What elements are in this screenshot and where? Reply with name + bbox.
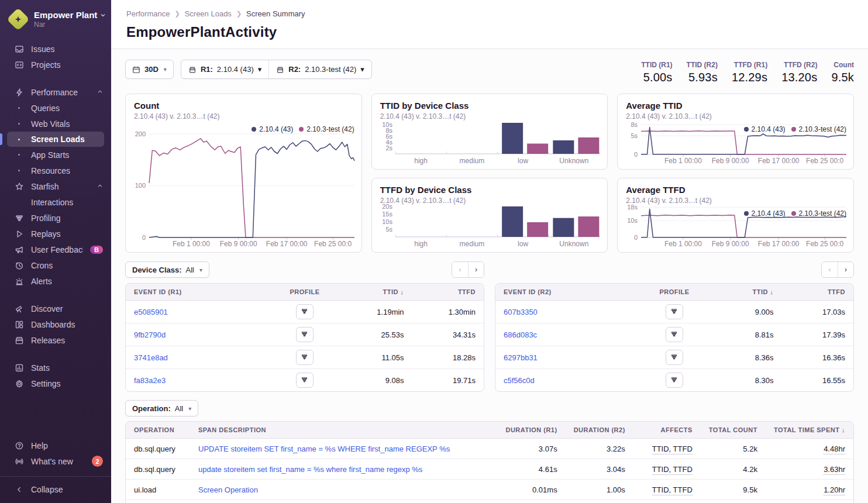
sidebar-item-releases[interactable]: Releases <box>0 332 111 348</box>
ttid-value: 25.53s <box>340 323 412 346</box>
pager-prev-button[interactable]: ‹ <box>452 262 468 277</box>
column-header-ttid[interactable]: TTID ↓ <box>340 284 412 301</box>
breadcrumb-item[interactable]: Screen Loads <box>185 9 232 18</box>
page-header: Performance❯Screen Loads❯Screen Summary … <box>111 0 868 49</box>
svg-text:10s: 10s <box>382 121 392 128</box>
sidebar-item-discover[interactable]: Discover <box>0 301 111 316</box>
profile-button[interactable] <box>666 304 683 319</box>
device-class-filter[interactable]: Device Class: All ▾ <box>125 261 209 278</box>
affects-value[interactable]: TTID, TTFD <box>652 445 693 454</box>
chart-panel-ttfd_device[interactable]: TTFD by Device Class 2.10.4 (43) v. 2.10… <box>371 178 608 253</box>
column-header-profile[interactable]: PROFILE <box>269 284 340 301</box>
sidebar-item-starfish[interactable]: Starfish <box>0 178 111 194</box>
sidebar-item-label: Performance <box>31 88 90 97</box>
event-id-link[interactable]: 3741e8ad <box>134 353 168 362</box>
span-description-link[interactable]: update storeitem set first_name = %s whe… <box>198 465 422 474</box>
column-header-profile[interactable]: PROFILE <box>639 284 710 301</box>
sidebar-item-performance[interactable]: Performance <box>0 84 111 100</box>
sidebar-item-user-feedback[interactable]: User FeedbackB <box>0 242 111 257</box>
org-switcher[interactable]: Empower Plant Nar <box>0 7 111 35</box>
column-header-event-id-r1-[interactable]: EVENT ID (R1) <box>126 284 269 301</box>
spans-section: Operation: All ▾ OPERATIONSPAN DESCRIPTI… <box>125 400 854 503</box>
column-header-operation[interactable]: OPERATION <box>126 422 190 439</box>
pager-next-button[interactable]: › <box>838 262 853 277</box>
starfish-icon <box>14 182 24 191</box>
sidebar-item-collapse[interactable]: Collapse <box>0 481 111 497</box>
event-id-link[interactable]: 9fb2790d <box>134 330 166 339</box>
sidebar-item-interactions[interactable]: Interactions <box>0 194 111 210</box>
sidebar-item-app-starts[interactable]: App Starts <box>0 147 111 163</box>
table-row: 607b3350 9.00s 17.03s <box>495 301 853 323</box>
profile-button[interactable] <box>666 350 683 365</box>
column-header-ttid[interactable]: TTID ↓ <box>710 284 781 301</box>
event-id-link[interactable]: 6297bb31 <box>504 353 538 362</box>
sidebar-item-dashboards[interactable]: Dashboards <box>0 316 111 332</box>
sidebar-item-settings[interactable]: Settings <box>0 375 111 391</box>
column-header-ttfd[interactable]: TTFD <box>782 284 853 301</box>
profile-button[interactable] <box>296 327 314 342</box>
duration-r1-value: 3.07s <box>497 439 565 459</box>
column-header-ttfd[interactable]: TTFD <box>412 284 484 301</box>
column-header-duration-r1-[interactable]: DURATION (R1) <box>497 422 565 439</box>
span-description-link[interactable]: UPDATE storeitem SET first_name = %s WHE… <box>198 445 450 453</box>
collapse-chevron-icon <box>14 485 24 494</box>
ttfd-value: 18.28s <box>412 346 484 369</box>
column-header-event-id-r2-[interactable]: EVENT ID (R2) <box>495 284 639 301</box>
profile-button[interactable] <box>296 304 314 319</box>
sidebar-item-stats[interactable]: Stats <box>0 360 111 375</box>
ttfd-value: 17.39s <box>782 323 853 346</box>
event-id-link[interactable]: c5f56c0d <box>504 376 535 385</box>
affects-value[interactable]: TTID, TTFD <box>652 485 693 495</box>
profile-cell-icon <box>300 330 309 340</box>
event-id-link[interactable]: 607b3350 <box>504 308 538 316</box>
sidebar-item-resources[interactable]: Resources <box>0 163 111 178</box>
crons-icon <box>14 261 24 270</box>
svg-text:high: high <box>414 240 428 248</box>
operation-filter[interactable]: Operation: All ▾ <box>125 400 198 416</box>
column-header-affects[interactable]: AFFECTS <box>633 422 701 439</box>
duration-r2-value: 3.22s <box>566 439 633 459</box>
sidebar-item-web-vitals[interactable]: Web Vitals <box>0 116 111 132</box>
column-header-duration-r2-[interactable]: DURATION (R2) <box>566 422 633 439</box>
release-r1-selector[interactable]: R1: 2.10.4 (43) ▾ <box>181 60 268 78</box>
chart-panel-ttid_device[interactable]: TTID by Device Class 2.10.4 (43) v. 2.10… <box>371 94 608 170</box>
total-time-spent-value[interactable]: 4.48hr <box>824 445 845 454</box>
affects-value[interactable]: TTID, TTFD <box>652 465 693 475</box>
event-id-link[interactable]: fa83a2e3 <box>134 376 166 385</box>
date-range-selector[interactable]: 30D ▾ <box>125 60 174 79</box>
sidebar-item-what-s-new[interactable]: What's new2 <box>0 453 111 469</box>
sidebar-item-alerts[interactable]: Alerts <box>0 273 111 289</box>
profile-button[interactable] <box>296 350 314 365</box>
pager-next-button[interactable]: › <box>468 262 484 277</box>
pager-prev-button[interactable]: ‹ <box>822 262 838 277</box>
chart-panel-count[interactable]: Count 2.10.4 (43) v. 2.10.3…t (42)2.10.4… <box>125 94 362 253</box>
column-header-span-description[interactable]: SPAN DESCRIPTION <box>190 422 497 439</box>
column-header-total-time-spent[interactable]: TOTAL TIME SPENT ↓ <box>766 422 853 439</box>
ttid-value: 11.05s <box>340 346 412 369</box>
span-description-link[interactable]: Screen Operation <box>198 485 258 494</box>
sidebar-item-profiling[interactable]: Profiling <box>0 210 111 226</box>
sidebar-item-screen-loads[interactable]: Screen Loads <box>7 132 104 147</box>
breadcrumb-item[interactable]: Performance <box>126 9 170 18</box>
sidebar-item-issues[interactable]: Issues <box>0 41 111 57</box>
profile-button[interactable] <box>296 373 314 388</box>
sidebar-item-label: Releases <box>31 336 103 345</box>
total-time-spent-value[interactable]: 3.63hr <box>824 465 845 475</box>
profile-button[interactable] <box>666 373 683 388</box>
table-row: 9fb2790d 25.53s 34.31s <box>126 323 484 346</box>
chevron-up-icon <box>97 183 103 190</box>
sidebar-item-crons[interactable]: Crons <box>0 257 111 273</box>
column-header-total-count[interactable]: TOTAL COUNT <box>701 422 766 439</box>
event-id-link[interactable]: e5085901 <box>134 308 168 316</box>
chart-panel-avg_ttid[interactable]: Average TTID 2.10.4 (43) v. 2.10.3…t (42… <box>617 94 854 170</box>
sidebar-item-queries[interactable]: Queries <box>0 100 111 116</box>
bullet-icon <box>14 154 24 156</box>
sidebar-item-replays[interactable]: Replays <box>0 226 111 242</box>
sidebar-item-help[interactable]: Help <box>0 437 111 453</box>
chart-panel-avg_ttfd[interactable]: Average TTFD 2.10.4 (43) v. 2.10.3…t (42… <box>617 178 854 253</box>
profile-button[interactable] <box>666 327 683 342</box>
sidebar-item-projects[interactable]: Projects <box>0 57 111 73</box>
event-id-link[interactable]: 686d083c <box>504 330 537 339</box>
release-r2-selector[interactable]: R2: 2.10.3-test (42) ▾ <box>268 60 371 78</box>
total-time-spent-value[interactable]: 1.20hr <box>824 485 845 495</box>
